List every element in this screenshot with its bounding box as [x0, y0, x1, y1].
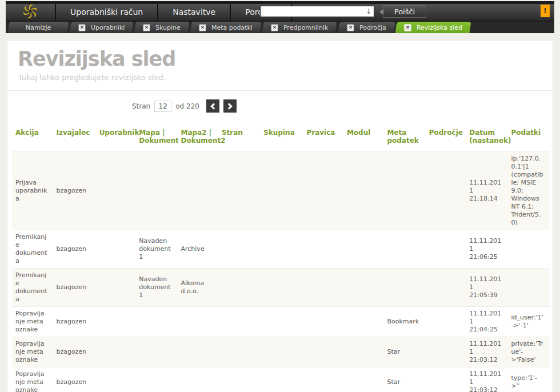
table-cell [260, 230, 303, 269]
tab-podrocja[interactable]: ✕ Področja [338, 22, 395, 33]
table-cell [135, 337, 177, 367]
table-cell [343, 367, 384, 392]
content-panel: Revizijska sled Tukaj lahko pregledujete… [7, 40, 553, 392]
table-cell [218, 337, 260, 367]
menu-item-user-account[interactable]: Uporabniški račun [56, 4, 158, 21]
chevron-right-icon [226, 103, 232, 109]
table-cell [96, 307, 136, 337]
pagination-total: od 220 [175, 102, 199, 110]
column-header-meta-podatek[interactable]: Meta podatek [383, 126, 425, 152]
tab-bar: Namizje ✕ Uporabniki ✕ Skupine ✕ Meta po… [6, 22, 554, 33]
tab-uporabniki[interactable]: ✕ Uporabniki [70, 22, 134, 33]
table-cell [260, 337, 303, 367]
audit-table: Akcija Izvajalec Uporabnik Mapa | Dokume… [12, 126, 549, 392]
search-input[interactable] [260, 6, 374, 17]
tab-label: Predpomnilnik [283, 24, 328, 31]
table-cell [426, 269, 466, 307]
column-header-akcija[interactable]: Akcija [12, 126, 53, 152]
table-cell [177, 307, 218, 337]
table-cell: bzagozen [53, 230, 95, 269]
table-cell [303, 269, 343, 307]
column-header-mapa2-dokument2[interactable]: Mapa2 | Dokument2 [177, 126, 218, 152]
column-header-podrocje[interactable]: Področje [426, 126, 466, 152]
table-row: Popravljanje meta oznakebzagozenBookmark… [12, 307, 549, 337]
table-cell [96, 367, 136, 392]
table-header-row: Akcija Izvajalec Uporabnik Mapa | Dokume… [12, 126, 549, 152]
table-cell: 11.11.2011 21:03:12 [466, 337, 507, 367]
table-cell [426, 152, 466, 230]
search-button[interactable]: Poišči [383, 5, 426, 18]
close-icon[interactable]: ✕ [78, 24, 86, 31]
table-cell [218, 269, 260, 307]
table-cell: 11.11.2011 21:04:25 [466, 307, 507, 337]
swirl-logo-icon [19, 3, 42, 22]
table-cell [303, 230, 343, 269]
table-cell: Alkoma d.o.o. [177, 269, 218, 307]
previous-page-button[interactable] [206, 99, 219, 113]
top-navigation-bar: Uporabniški račun Nastavitve Poročila ↓ … [6, 1, 554, 22]
table-cell: Premikanje dokumenta [12, 230, 53, 269]
table-cell [303, 337, 343, 367]
table-cell [135, 367, 177, 392]
table-cell [260, 307, 303, 337]
column-header-mapa-dokument[interactable]: Mapa | Dokument [135, 126, 177, 152]
table-cell [383, 230, 425, 269]
close-icon[interactable]: ✕ [199, 24, 206, 31]
table-cell: id_user:'1'->'-1' [508, 307, 549, 337]
column-header-skupina[interactable]: Skupina [260, 126, 303, 152]
column-header-uporabnik[interactable]: Uporabnik [96, 126, 136, 152]
table-cell: ip:'127.0.0.1'|1 (compatible; MSIE 9.0; … [508, 152, 549, 230]
page-title: Revizijska sled [18, 47, 553, 70]
table-cell [218, 367, 260, 392]
table-cell: 11.11.2011 21:06:25 [466, 230, 507, 269]
table-cell [96, 152, 136, 230]
table-row: Popravljanje meta oznakebzagozenStar11.1… [12, 337, 549, 367]
table-cell [260, 152, 303, 230]
column-header-modul[interactable]: Modul [343, 126, 384, 152]
table-cell: Star [383, 367, 425, 392]
tab-label: Revizijska sled [417, 24, 462, 31]
table-cell [96, 337, 136, 367]
table-cell: Popravljanje meta oznake [12, 337, 53, 367]
alert-badge[interactable]: ! [541, 5, 550, 17]
logo[interactable] [6, 4, 56, 21]
column-header-pravica[interactable]: Pravica [303, 126, 343, 152]
table-cell [343, 152, 384, 230]
column-header-podatki[interactable]: Podatki [508, 126, 549, 152]
next-page-button[interactable] [223, 99, 237, 113]
table-cell: Premikanje dokumenta [12, 269, 53, 307]
close-icon[interactable]: ✕ [143, 24, 150, 31]
table-cell: Navaden dokument1 [135, 230, 177, 269]
close-icon[interactable]: ✕ [404, 24, 411, 31]
menu-item-settings[interactable]: Nastavitve [158, 4, 231, 21]
table-cell: Navaden dokument1 [135, 269, 177, 307]
close-icon[interactable]: ✕ [271, 24, 278, 31]
table-cell [135, 307, 177, 337]
page-number-input[interactable] [154, 101, 171, 112]
table-cell [177, 337, 218, 367]
search-dropdown-arrow-icon[interactable]: ↓ [365, 6, 373, 17]
tab-namizje[interactable]: Namizje [8, 22, 69, 33]
table-cell [426, 307, 466, 337]
table-cell: type:'1'->'' [508, 367, 549, 392]
tab-meta-podatki[interactable]: ✕ Meta podatki [190, 22, 262, 33]
tab-predpomnilnik[interactable]: ✕ Predpomnilnik [262, 22, 337, 33]
table-cell: Popravljanje meta oznake [12, 367, 53, 392]
table-cell [426, 230, 466, 269]
table-cell [303, 307, 343, 337]
table-cell [343, 337, 384, 367]
tab-label: Uporabniki [91, 24, 125, 31]
table-row: Popravljanje meta oznakebzagozenStar11.1… [12, 367, 549, 392]
column-header-datum[interactable]: Datum (nastanek) [466, 126, 507, 152]
table-cell: Popravljanje meta oznake [12, 307, 53, 337]
table-cell: Archive [177, 230, 218, 269]
close-icon[interactable]: ✕ [347, 24, 354, 31]
table-cell [303, 152, 343, 230]
table-cell [218, 307, 260, 337]
tab-revizijska-sled[interactable]: ✕ Revizijska sled [395, 22, 471, 33]
tab-label: Namizje [26, 24, 51, 31]
column-header-izvajalec[interactable]: Izvajalec [53, 126, 95, 152]
table-cell [177, 367, 218, 392]
tab-skupine[interactable]: ✕ Skupine [134, 22, 190, 33]
table-cell: bzagozen [53, 367, 95, 392]
